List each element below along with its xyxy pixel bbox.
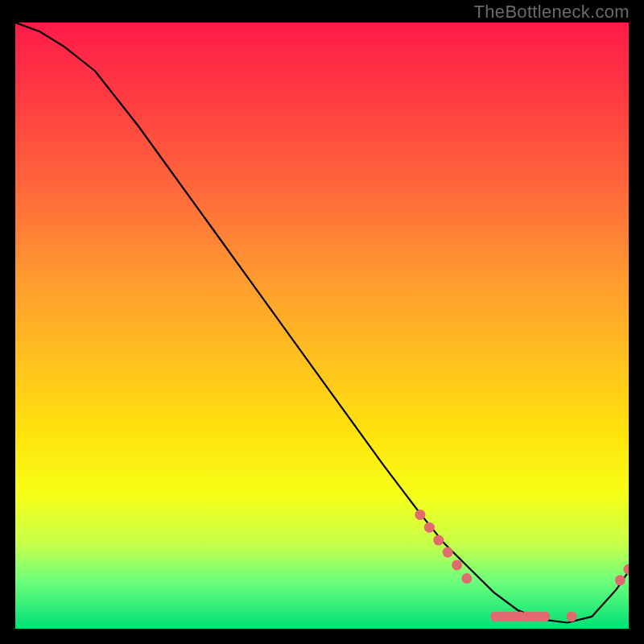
chart-marker: [415, 510, 425, 520]
chart-marker: [443, 547, 453, 558]
chart-plot-area: [15, 23, 629, 629]
chart-line-curve: [15, 23, 629, 623]
chart-marker: [539, 611, 550, 621]
watermark-text: TheBottleneck.com: [474, 2, 630, 23]
chart-marker: [615, 575, 625, 585]
chart-markers-group: [415, 510, 629, 622]
chart-marker: [461, 573, 472, 584]
chart-marker: [433, 535, 444, 546]
chart-marker: [624, 564, 630, 575]
chart-marker: [452, 559, 462, 570]
chart-marker: [424, 522, 435, 533]
chart-stage: TheBottleneck.com: [0, 0, 644, 644]
chart-marker: [567, 611, 577, 621]
chart-overlay-svg: [15, 23, 629, 629]
